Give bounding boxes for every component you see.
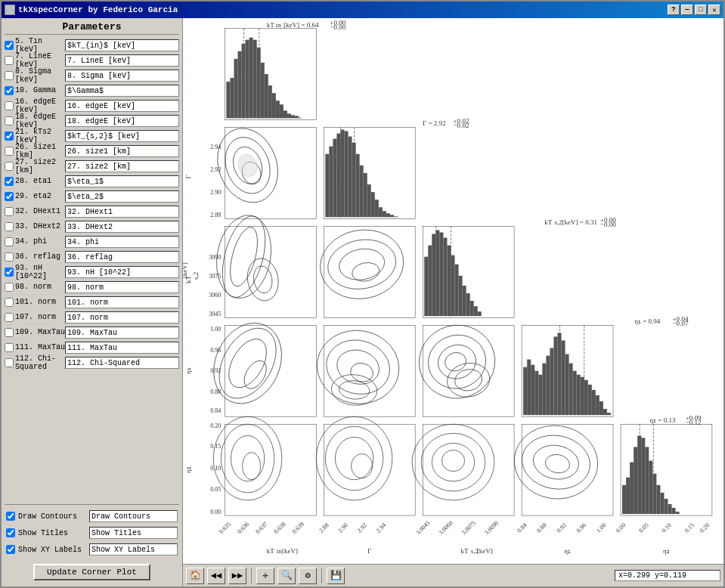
param-check-area: 16. edgeE [keV] (5, 97, 65, 114)
param-checkbox-26[interactable] (5, 147, 14, 156)
param-checkbox-98[interactable] (5, 283, 14, 292)
svg-text:2.94: 2.94 (210, 144, 221, 150)
svg-rect-144 (225, 424, 316, 515)
param-label-field[interactable]: 98. norm (65, 281, 179, 293)
param-checkbox-112[interactable] (5, 358, 14, 367)
svg-rect-119 (668, 504, 671, 514)
param-label-field[interactable]: 16. edgeE [keV] (65, 100, 179, 112)
svg-rect-21 (299, 117, 301, 118)
param-label-field[interactable]: $\eta_2$ (65, 190, 179, 203)
param-label-field[interactable]: 26. size1 [km] (65, 145, 179, 157)
param-checkbox-16[interactable] (5, 101, 14, 110)
param-name-label: 10. Gamma (15, 86, 56, 94)
option-value-show-xy-labels[interactable]: Show XY Labels (89, 543, 178, 556)
param-checkbox-34[interactable] (5, 237, 14, 246)
svg-rect-2 (226, 82, 230, 118)
param-checkbox-29[interactable] (5, 192, 14, 201)
param-checkbox-7[interactable] (5, 56, 14, 65)
param-label-field[interactable]: 8. Sigma [keV] (65, 70, 179, 82)
minimize-btn[interactable]: — (681, 5, 693, 15)
param-label-field[interactable]: $kT_{s,2}$ [keV] (65, 130, 179, 142)
param-label-field[interactable]: 101. norm (65, 296, 179, 308)
param-checkbox-107[interactable] (5, 313, 14, 322)
param-checkbox-27[interactable] (5, 162, 14, 171)
svg-rect-110 (634, 447, 637, 514)
param-label-field[interactable]: 7. LineE [keV] (65, 54, 179, 67)
param-label-field[interactable]: 112. Chi-Squared (65, 357, 179, 369)
param-checkbox-28[interactable] (5, 177, 14, 186)
config-btn[interactable]: ⚙ (299, 568, 317, 584)
param-checkbox-93[interactable] (5, 268, 14, 277)
svg-rect-161 (324, 424, 415, 515)
param-label-field[interactable]: 18. edgeE [keV] (65, 115, 179, 127)
param-label-field[interactable]: 109. MaxTau (65, 326, 179, 339)
option-value-draw-contours[interactable]: Draw Contours (89, 510, 178, 522)
param-label-field[interactable]: 111. MaxTau (65, 342, 179, 354)
param-row: 93. nH [10^22]93. nH [10^22] (5, 265, 179, 280)
param-checkbox-5[interactable] (5, 41, 14, 50)
param-checkbox-111[interactable] (5, 343, 14, 352)
close-btn[interactable]: ✕ (708, 5, 720, 15)
param-label-field[interactable]: $kT_{in}$ [keV] (65, 39, 179, 51)
option-checkbox-show-xy-labels[interactable] (6, 545, 15, 554)
param-label-field[interactable]: 32. DHext1 (65, 206, 179, 218)
svg-rect-48 (394, 216, 398, 217)
option-row-show-xy-labels: Show XY LabelsShow XY Labels (6, 541, 178, 558)
param-label-field[interactable]: $\eta_1$ (65, 175, 179, 187)
option-checkbox-show-titles[interactable] (6, 528, 15, 537)
param-checkbox-32[interactable] (5, 207, 14, 216)
param-checkbox-10[interactable] (5, 86, 14, 95)
home-btn[interactable]: 🏠 (186, 568, 204, 584)
svg-rect-87 (557, 333, 561, 415)
help-btn[interactable]: ? (668, 5, 680, 15)
svg-rect-90 (569, 364, 573, 415)
param-checkbox-36[interactable] (5, 252, 14, 262)
svg-rect-5 (238, 51, 242, 119)
param-checkbox-21[interactable] (5, 132, 14, 141)
param-check-area: 18. edgeE [keV] (5, 113, 65, 129)
svg-rect-40 (364, 173, 367, 217)
param-checkbox-109[interactable] (5, 328, 14, 337)
svg-text:Γ: Γ (184, 175, 192, 178)
svg-rect-19 (291, 115, 295, 118)
param-name-label: 8. Sigma [keV] (15, 67, 65, 84)
svg-rect-38 (356, 154, 360, 218)
svg-text:Γ = 2.92: Γ = 2.92 (423, 119, 446, 127)
crosshair-btn[interactable]: ✛ (256, 568, 274, 584)
forward-btn[interactable]: ▶▶ (228, 568, 246, 584)
main-window: tkXspecCorner by Federico Garcia ? — □ ✕… (0, 0, 725, 588)
param-label-field[interactable]: 27. size2 [km] (65, 160, 179, 172)
option-checkbox-draw-contours[interactable] (6, 512, 15, 521)
separator-1 (251, 568, 252, 583)
maximize-btn[interactable]: □ (695, 5, 707, 15)
svg-text:η₁: η₁ (184, 367, 192, 374)
param-row: 112. Chi-Squared112. Chi-Squared (5, 355, 179, 370)
param-label-field[interactable]: 36. reflag (65, 251, 179, 263)
param-checkbox-101[interactable] (5, 298, 14, 307)
param-label-field[interactable]: 33. DHext2 (65, 221, 179, 233)
svg-rect-36 (349, 137, 352, 218)
param-checkbox-33[interactable] (5, 222, 14, 231)
svg-rect-39 (360, 166, 364, 217)
param-checkbox-8[interactable] (5, 71, 14, 80)
param-checkbox-18[interactable] (5, 116, 14, 125)
param-row: 109. MaxTau109. MaxTau (5, 325, 179, 340)
option-label-show-xy-labels: Show XY Labels (18, 546, 86, 554)
param-label-field[interactable]: $\Gamma$ (65, 85, 179, 97)
svg-rect-13 (268, 85, 272, 118)
update-corner-plot-button[interactable]: Update Corner Plot (33, 564, 150, 580)
back-btn[interactable]: ◀◀ (207, 568, 225, 584)
svg-rect-84 (546, 356, 550, 416)
svg-text:0.84: 0.84 (210, 407, 221, 414)
param-label-field[interactable]: 34. phi (65, 236, 179, 248)
param-label-field[interactable]: 93. nH [10^22] (65, 266, 179, 278)
svg-text:s,2: s,2 (192, 271, 200, 280)
svg-text:0.10: 0.10 (210, 465, 221, 472)
param-label-field[interactable]: 107. norm (65, 311, 179, 323)
option-value-show-titles[interactable]: Show Titles (89, 527, 178, 539)
zoom-btn[interactable]: 🔍 (277, 568, 296, 584)
svg-text:3060: 3060 (209, 292, 221, 299)
svg-rect-100 (607, 413, 611, 415)
save-btn[interactable]: 💾 (327, 568, 345, 584)
param-check-area: 7. LineE [keV] (5, 52, 65, 69)
